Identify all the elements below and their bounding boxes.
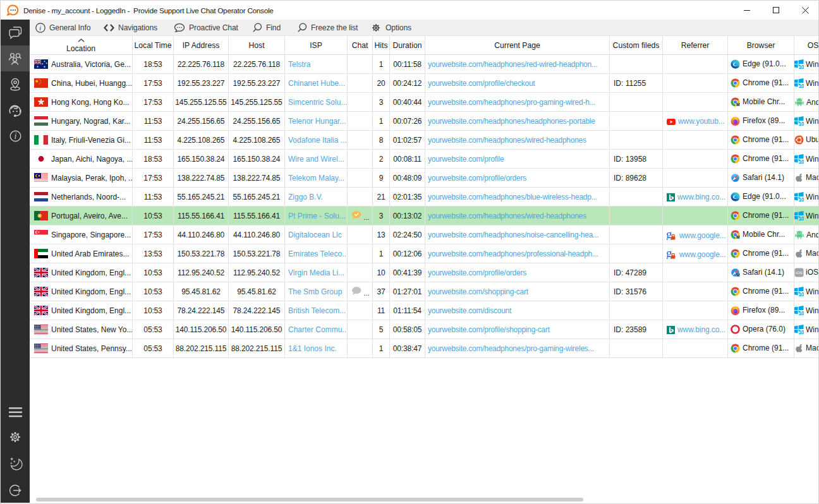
svg-text:i: i	[39, 24, 41, 31]
svg-text:10: 10	[799, 83, 804, 88]
svg-text:10: 10	[799, 159, 804, 164]
svg-text:M: M	[736, 235, 739, 239]
svg-text:M: M	[736, 102, 739, 107]
svg-text:i: i	[14, 131, 16, 141]
svg-text:10: 10	[799, 215, 804, 221]
svg-text:10: 10	[799, 291, 804, 297]
svg-text:M: M	[736, 273, 739, 277]
svg-text:10: 10	[799, 196, 804, 202]
svg-text:10: 10	[799, 329, 804, 335]
svg-text:10: 10	[799, 64, 804, 69]
svg-text:10: 10	[799, 121, 804, 126]
svg-text:iOS: iOS	[796, 270, 802, 275]
svg-text:10: 10	[799, 310, 804, 316]
